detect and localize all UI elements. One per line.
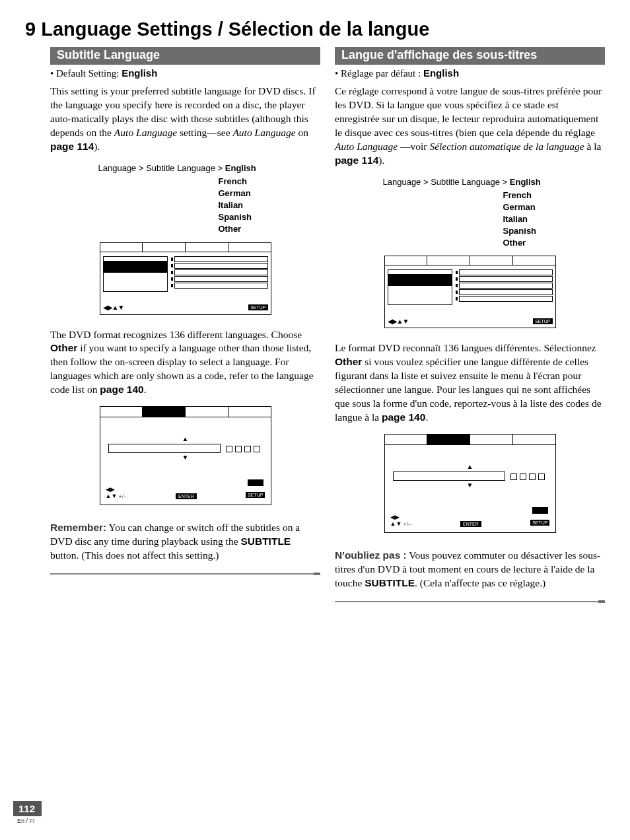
nav-arrows-icon-fr: ◀▶▲▼: [388, 318, 409, 325]
intro-em1-fr: Auto Language: [335, 141, 398, 152]
arrow-up-icon: ▲: [108, 436, 263, 442]
intro-a-fr: Ce réglage correspond à votre langue de …: [335, 85, 602, 138]
nav-plusminus-en: ◀▶▲▼ +/–: [106, 486, 127, 499]
para2-strong-en: Other: [50, 342, 77, 353]
arrow-down-icon: ▼: [108, 454, 263, 461]
section-header-en: Subtitle Language: [50, 47, 320, 65]
intro-page-fr: page 114: [335, 155, 378, 166]
nav-plusminus-fr: ◀▶▲▼ +/–: [390, 514, 411, 527]
setup-badge-fr: SETUP: [533, 318, 552, 324]
intro-paragraph-fr: Ce réglage correspond à votre langue de …: [335, 85, 605, 168]
page-footer: 112 En / Fr: [13, 801, 42, 824]
column-french: Langue d'affichage des sous-titres • Rég…: [335, 47, 605, 602]
para2-page-en: page 140: [100, 384, 143, 395]
menu-opt-italian-en: Italian: [219, 199, 285, 211]
menu-path-a-fr: Language > Subtitle Language >: [383, 177, 510, 187]
menu-opt-italian-fr: Italian: [503, 213, 569, 225]
arrow-down-icon-fr: ▼: [393, 482, 547, 489]
intro-c-en: on: [296, 127, 308, 138]
osd-schematic-fr: ◀▶▲▼ SETUP: [384, 256, 556, 328]
menu-path-sel-fr: English: [510, 177, 541, 187]
two-column-layout: Subtitle Language • Default Setting: Eng…: [0, 47, 630, 602]
code-entry-schematic-fr: ▲ ▼ ◀▶▲▼ +/– ENTER SETUP: [384, 434, 556, 533]
remember-b-fr: . (Cela n'affecte pas ce réglage.): [415, 577, 545, 588]
arrow-up-icon-fr: ▲: [393, 464, 547, 470]
menu-opt-other-en: Other: [219, 223, 285, 235]
osd-schematic-en: ◀▶▲▼ SETUP: [100, 242, 271, 315]
para2-a-en: The DVD format recognizes 136 different …: [50, 329, 302, 340]
intro-b-fr: —voir: [398, 141, 429, 152]
default-setting-en: • Default Setting: English: [50, 67, 320, 79]
menu-opt-french-en: French: [219, 176, 285, 188]
para2-fr: Le format DVD reconnaît 136 langues diff…: [335, 341, 605, 425]
default-setting-fr: • Réglage par défaut : English: [335, 67, 605, 79]
default-value-en: English: [122, 67, 157, 79]
enter-badge-en: ENTER: [176, 493, 197, 499]
section-divider-en: [50, 573, 320, 575]
intro-em2-en: Auto Language: [232, 127, 295, 138]
default-label-en: • Default Setting:: [50, 68, 122, 79]
menu-path-sel-en: English: [225, 163, 256, 173]
setup-return-fr: SETUP: [530, 507, 549, 527]
menu-illustration-fr: Language > Subtitle Language > English F…: [371, 177, 569, 329]
menu-opt-german-en: German: [219, 188, 285, 199]
column-english: Subtitle Language • Default Setting: Eng…: [50, 47, 320, 602]
para2-b-en: if you want to specify a language other …: [50, 342, 314, 395]
intro-em2-fr: Sélection automatique de la language: [429, 141, 584, 152]
setup-return-en: SETUP: [246, 479, 265, 499]
menu-opt-german-fr: German: [503, 201, 569, 213]
menu-opt-french-fr: French: [503, 190, 569, 201]
para2-end-fr: .: [425, 411, 428, 423]
nav-arrows-icon: ◀▶▲▼: [103, 304, 124, 311]
remember-lead-fr: N'oubliez pas :: [335, 549, 407, 561]
menu-path-fr: Language > Subtitle Language > English: [371, 177, 569, 187]
enter-badge-fr: ENTER: [460, 521, 481, 527]
menu-path-en: Language > Subtitle Language > English: [87, 163, 285, 173]
page-title: 9 Language Settings / Sélection de la la…: [0, 0, 630, 47]
page-number: 112: [13, 801, 42, 816]
intro-end-fr: ).: [378, 155, 384, 166]
remember-block-en: Remember: You can change or switch off t…: [50, 521, 320, 563]
para2-b-fr: si vous voulez spécifier une langue diff…: [335, 356, 602, 423]
remember-strong-en: SUBTITLE: [240, 536, 291, 547]
intro-end-en: ).: [94, 141, 100, 152]
menu-opt-other-fr: Other: [503, 237, 569, 249]
setup-badge-en: SETUP: [248, 304, 267, 310]
remember-strong-fr: SUBTITLE: [365, 577, 415, 588]
para2-strong-fr: Other: [335, 356, 362, 367]
remember-b-en: button. (This does not affect this setti…: [50, 549, 219, 561]
menu-illustration-en: Language > Subtitle Language > English F…: [87, 163, 285, 315]
menu-path-a-en: Language > Subtitle Language >: [98, 163, 225, 173]
para2-a-fr: Le format DVD reconnaît 136 langues diff…: [335, 342, 596, 353]
menu-options-en: French German Italian Spanish Other: [87, 176, 285, 236]
intro-b-en: setting—see: [177, 127, 232, 138]
remember-block-fr: N'oubliez pas : Vous pouvez commuter ou …: [335, 549, 605, 590]
default-label-fr: • Réglage par défaut :: [335, 68, 423, 79]
intro-em1-en: Auto Language: [114, 127, 177, 138]
section-divider-fr: [335, 601, 605, 602]
default-value-fr: English: [423, 67, 459, 79]
footer-lang-code: En / Fr: [13, 818, 42, 824]
section-header-fr: Langue d'affichage des sous-titres: [335, 47, 605, 65]
menu-options-fr: French German Italian Spanish Other: [371, 190, 569, 250]
para2-end-en: .: [144, 384, 147, 395]
para2-en: The DVD format recognizes 136 different …: [50, 328, 320, 398]
menu-opt-spanish-en: Spanish: [219, 211, 285, 223]
menu-opt-spanish-fr: Spanish: [503, 225, 569, 237]
para2-page-fr: page 140: [382, 411, 425, 423]
intro-c-fr: à la: [584, 141, 602, 152]
remember-lead-en: Remember:: [50, 522, 106, 533]
code-entry-schematic-en: ▲ ▼ ◀▶▲▼ +/– ENTER SETUP: [100, 406, 271, 505]
intro-page-en: page 114: [50, 141, 94, 152]
intro-paragraph-en: This setting is your preferred subtitle …: [50, 85, 320, 154]
